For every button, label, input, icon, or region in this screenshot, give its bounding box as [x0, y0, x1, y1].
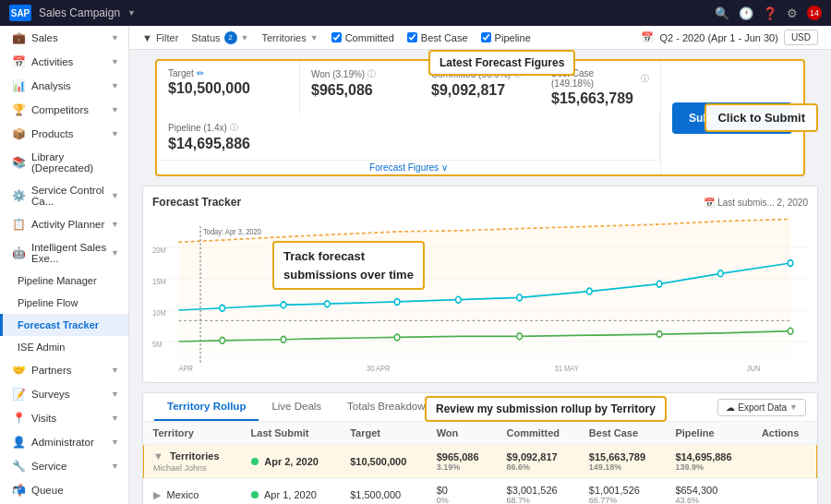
- sidebar-item-competitors[interactable]: 🏆Competitors ▼: [0, 98, 128, 122]
- submit-area: Submit Forecast: [660, 61, 803, 174]
- sidebar-item-intelligent-sales[interactable]: 🤖Intelligent Sales Exe... ▼: [0, 236, 128, 270]
- sidebar-item-pipeline-manager[interactable]: Pipeline Manager: [0, 270, 128, 292]
- svg-point-5: [220, 305, 225, 311]
- territories-label: Territories: [261, 32, 306, 43]
- sidebar-label-products: Products: [31, 128, 73, 139]
- committed-value: $9,092,817: [431, 82, 529, 99]
- cell-last-submit-mexico: Apr 1, 2020: [242, 479, 342, 505]
- chart-header: Forecast Tracker 📅 Last submis... 2, 202…: [152, 196, 808, 209]
- best-case-check[interactable]: [407, 32, 417, 42]
- date-selector[interactable]: 📅 Q2 - 2020 (Apr 1 - Jun 30) USD: [641, 30, 818, 45]
- filter-label: Filter: [156, 32, 178, 43]
- currency-btn[interactable]: USD: [784, 30, 818, 45]
- won-info-icon[interactable]: ⓘ: [367, 68, 376, 80]
- svg-point-15: [220, 337, 225, 343]
- settings-icon[interactable]: ⚙: [787, 6, 798, 20]
- sidebar-item-library[interactable]: 📚Library (Deprecated): [0, 146, 128, 179]
- pipeline-checkbox[interactable]: Pipeline: [481, 32, 531, 43]
- cell-best-case: $15,663,789 149.18%: [580, 445, 667, 479]
- tab-territory-rollup[interactable]: Territory Rollup: [154, 393, 259, 421]
- target-label: Target ✏: [168, 68, 288, 78]
- filter-button[interactable]: ▼ Filter: [142, 32, 178, 43]
- products-icon: 📦: [12, 127, 26, 140]
- competitors-icon: 🏆: [12, 103, 26, 116]
- svg-text:JUN: JUN: [747, 363, 761, 373]
- committed-col-wrapper: Committed (86.6%) ⓘ $9,092,817: [420, 61, 540, 114]
- partners-chevron: ▼: [111, 366, 119, 375]
- search-icon[interactable]: 🔍: [715, 6, 729, 20]
- svg-text:31 MAY: 31 MAY: [554, 363, 579, 373]
- cell-pipeline: $14,695,886 139.9%: [666, 445, 753, 479]
- toolbar: ▼ Filter Status 2 ▼ Territories ▼ Commit…: [129, 26, 831, 50]
- sidebar-item-sales[interactable]: 💼Sales ▼: [0, 26, 128, 50]
- sidebar-label-forecast-tracker: Forecast Tracker: [18, 319, 99, 330]
- tab-live-deals[interactable]: Live Deals: [259, 393, 334, 421]
- sidebar-label-surveys: Surveys: [31, 389, 70, 400]
- sidebar-label-library: Library (Deprecated): [31, 151, 119, 174]
- sidebar-item-service-control[interactable]: ⚙️Service Control Ca... ▼: [0, 179, 128, 212]
- sidebar-label-partners: Partners: [31, 365, 71, 376]
- sidebar-item-visits[interactable]: 📍Visits ▼: [0, 406, 128, 430]
- expand-icon-mexico[interactable]: ▶: [153, 489, 161, 500]
- notification-badge[interactable]: 14: [807, 6, 822, 20]
- best-case-checkbox[interactable]: Best Case: [407, 32, 468, 43]
- pipeline-info-icon[interactable]: ⓘ: [230, 122, 238, 134]
- committed-checkbox[interactable]: Committed: [331, 32, 394, 43]
- committed-info-icon[interactable]: ⓘ: [513, 68, 522, 80]
- col-pipeline: Pipeline: [666, 422, 753, 445]
- territory-sub: Michael Johns: [153, 463, 207, 473]
- status-filter[interactable]: Status 2 ▼: [191, 31, 248, 44]
- sidebar-item-service[interactable]: 🔧Service ▼: [0, 454, 128, 478]
- sidebar-item-activity-planner[interactable]: 📋Activity Planner ▼: [0, 212, 128, 236]
- export-button[interactable]: ☁ Export Data ▼: [717, 399, 806, 416]
- cell-won: $965,086 3.19%: [428, 445, 498, 479]
- sidebar-label-queue: Queue: [31, 485, 64, 496]
- cell-pipeline-mexico: $654,300 43.6%: [666, 479, 753, 505]
- won-label: Won (3.19%) ⓘ: [311, 68, 409, 80]
- sidebar-item-pipeline-flow[interactable]: Pipeline Flow: [0, 292, 128, 314]
- pipeline-check[interactable]: [481, 32, 491, 42]
- best-case-col: Best Case (149.18%) ⓘ $15,663,789: [540, 61, 660, 114]
- table-header-row: Territory Last Submit Target Won Committ…: [144, 422, 817, 445]
- territories-filter[interactable]: Territories ▼: [261, 32, 318, 43]
- expand-icon[interactable]: ▼: [153, 450, 163, 462]
- visits-chevron: ▼: [111, 414, 119, 423]
- submit-forecast-button[interactable]: Submit Forecast: [672, 102, 792, 134]
- intelligent-sales-icon: 🤖: [12, 246, 26, 259]
- table-row: ▶ Mexico Apr 1, 2020 $1,500,000 $0 0%: [144, 479, 817, 505]
- cell-committed-mexico: $3,001,526 68.7%: [498, 479, 580, 505]
- sidebar-item-surveys[interactable]: 📝Surveys ▼: [0, 382, 128, 406]
- svg-text:APR: APR: [178, 363, 193, 373]
- clock-icon[interactable]: 🕐: [739, 6, 753, 20]
- sidebar-label-administrator: Administrator: [31, 437, 94, 448]
- svg-text:10M: 10M: [152, 307, 166, 318]
- sidebar-item-activities[interactable]: 📅Activities ▼: [0, 50, 128, 74]
- sales-chevron: ▼: [111, 33, 119, 42]
- sidebar-label-competitors: Competitors: [31, 104, 89, 115]
- sidebar-item-queue[interactable]: 📬Queue: [0, 478, 128, 502]
- tab-totals-breakdown[interactable]: Totals Breakdown: [334, 393, 444, 421]
- service-icon: 🔧: [12, 460, 26, 473]
- col-target: Target: [341, 422, 428, 445]
- forecast-figures-link[interactable]: Forecast Figures ∨: [157, 160, 660, 174]
- sidebar-item-ise-admin[interactable]: ISE Admin: [0, 336, 128, 358]
- status-dot-mexico: [251, 491, 259, 498]
- help-icon[interactable]: ❓: [763, 6, 777, 20]
- best-case-info-icon[interactable]: ⓘ: [641, 73, 649, 85]
- cell-target-mexico: $1,500,000: [341, 479, 428, 505]
- sidebar-item-products[interactable]: 📦Products ▼: [0, 122, 128, 146]
- sidebar-item-administrator[interactable]: 👤Administrator ▼: [0, 430, 128, 454]
- target-edit-icon[interactable]: ✏: [197, 68, 204, 78]
- sidebar-item-forecast-tracker[interactable]: Forecast Tracker: [0, 314, 128, 336]
- committed-col: Committed (86.6%) ⓘ $9,092,817: [420, 61, 540, 114]
- forecast-figures-row: Target ✏ $10,500,000 Won (3.19%) ⓘ $965,…: [155, 59, 805, 176]
- col-best-case: Best Case: [580, 422, 667, 445]
- territories-chevron: ▼: [310, 33, 319, 42]
- chart-wrapper: Today: Apr 3, 2020 10M 15M 20M 5M APR 30…: [152, 216, 808, 373]
- committed-check[interactable]: [331, 32, 342, 42]
- sidebar-label-pipeline-manager: Pipeline Manager: [18, 275, 97, 286]
- col-actions: Actions: [753, 422, 817, 445]
- sidebar-item-partners[interactable]: 🤝Partners ▼: [0, 358, 128, 382]
- sidebar-item-analysis[interactable]: 📊Analysis ▼: [0, 74, 128, 98]
- cell-territory-mexico: ▶ Mexico: [144, 479, 242, 505]
